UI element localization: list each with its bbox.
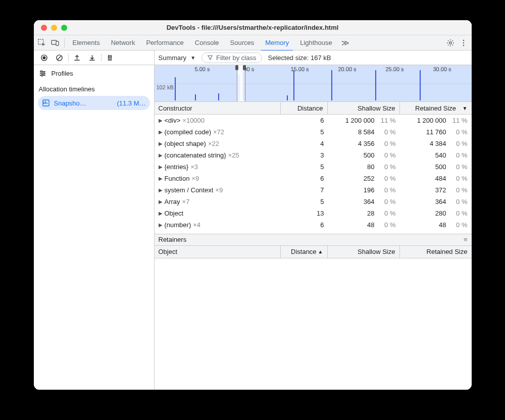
row-retained-pct: 0 % xyxy=(451,175,468,182)
ret-col-retained[interactable]: Retained Size xyxy=(400,246,472,258)
expand-triangle-icon[interactable]: ▶ xyxy=(159,176,163,181)
tab-performance[interactable]: Performance xyxy=(142,35,187,50)
allocation-timelines-label: Allocation timelines xyxy=(34,81,154,94)
filter-input[interactable]: Filter by class xyxy=(201,52,262,63)
expand-triangle-icon[interactable]: ▶ xyxy=(159,129,163,135)
row-shallow: 8 584 xyxy=(358,128,375,136)
snapshot-size: (11.3 M… xyxy=(117,99,145,107)
more-tabs-icon[interactable]: ≫ xyxy=(339,38,351,47)
ret-col-distance[interactable]: Distance ▲ xyxy=(281,246,328,258)
device-toolbar-icon[interactable] xyxy=(50,39,60,47)
row-mult: ×4 xyxy=(193,221,200,229)
hamburger-icon[interactable]: ≡ xyxy=(464,236,468,243)
col-retained[interactable]: Retained Size ▼ xyxy=(400,102,472,114)
inspect-element-icon[interactable] xyxy=(37,39,47,47)
expand-triangle-icon[interactable]: ▶ xyxy=(159,164,163,170)
view-dropdown[interactable]: Summary ▼ xyxy=(159,54,196,62)
table-row[interactable]: ▶Function ×962520 %4840 % xyxy=(155,173,472,184)
table-row[interactable]: ▶{entries} ×35800 %5000 % xyxy=(155,161,472,173)
row-distance: 3 xyxy=(282,151,328,159)
svg-rect-17 xyxy=(175,77,176,100)
svg-point-4 xyxy=(463,39,464,41)
profiles-label: Profiles xyxy=(52,70,73,77)
more-options-icon[interactable] xyxy=(459,39,469,47)
row-retained: 372 xyxy=(435,186,446,194)
timeline-selection[interactable] xyxy=(237,65,245,101)
row-shallow: 364 xyxy=(364,198,375,205)
expand-triangle-icon[interactable]: ▶ xyxy=(159,152,163,158)
table-row[interactable]: ▶(concatenated string) ×2535000 %5400 % xyxy=(155,149,472,161)
svg-point-6 xyxy=(463,44,464,46)
col-shallow[interactable]: Shallow Size xyxy=(328,102,400,114)
record-icon[interactable] xyxy=(38,54,51,62)
expand-triangle-icon[interactable]: ▶ xyxy=(159,141,163,146)
row-name: {entries} xyxy=(165,163,189,171)
ret-col-object[interactable]: Object xyxy=(155,246,281,258)
tab-network[interactable]: Network xyxy=(107,35,139,50)
timeline-tick: 5.00 s xyxy=(195,66,210,72)
filter-placeholder: Filter by class xyxy=(216,54,256,62)
row-retained-pct: 0 % xyxy=(451,128,468,136)
svg-rect-25 xyxy=(331,70,332,100)
col-distance[interactable]: Distance xyxy=(281,102,328,114)
row-name: Array xyxy=(165,198,180,205)
row-mult: ×9 xyxy=(191,175,199,182)
tab-memory[interactable]: Memory xyxy=(261,35,293,51)
snapshot-item[interactable]: Snapsho… (11.3 M… xyxy=(38,96,150,110)
svg-rect-18 xyxy=(195,94,196,100)
settings-icon[interactable] xyxy=(445,39,456,47)
profiles-heading[interactable]: Profiles xyxy=(34,65,154,81)
row-mult: ×3 xyxy=(190,163,198,171)
tab-sources[interactable]: Sources xyxy=(226,35,259,50)
constructors-table: Constructor Distance Shallow Size Retain… xyxy=(155,102,472,234)
table-row[interactable]: ▶system / Context ×971960 %3720 % xyxy=(155,184,472,196)
row-shallow: 1 200 000 xyxy=(345,117,375,124)
expand-triangle-icon[interactable]: ▶ xyxy=(159,118,163,123)
svg-point-3 xyxy=(449,41,451,43)
snapshot-name: Snapsho… xyxy=(54,99,86,107)
allocation-timeline-chart[interactable]: 102 kB 5.00 s.00 s15.00 s20.00 s25.00 s3… xyxy=(155,65,472,102)
expand-triangle-icon[interactable]: ▶ xyxy=(159,222,163,228)
table-row[interactable]: ▶Array ×753640 %3640 % xyxy=(155,196,472,207)
maximize-window-button[interactable] xyxy=(61,25,67,31)
selection-handle-left[interactable] xyxy=(235,65,238,70)
snapshot-icon xyxy=(42,99,50,107)
row-distance: 4 xyxy=(282,140,328,147)
clear-icon[interactable] xyxy=(53,54,66,62)
minimize-window-button[interactable] xyxy=(51,25,57,31)
ret-col-shallow[interactable]: Shallow Size xyxy=(328,246,400,258)
expand-triangle-icon[interactable]: ▶ xyxy=(159,211,163,216)
expand-triangle-icon[interactable]: ▶ xyxy=(159,199,163,204)
table-row[interactable]: ▶(number) ×46480 %480 % xyxy=(155,219,472,231)
tab-lighthouse[interactable]: Lighthouse xyxy=(296,35,336,50)
selection-handle-right[interactable] xyxy=(243,65,246,70)
table-row[interactable]: ▶Object13280 %2800 % xyxy=(155,207,472,219)
download-icon[interactable] xyxy=(86,54,99,62)
row-name: (number) xyxy=(165,221,191,229)
garbage-collect-icon[interactable] xyxy=(104,54,117,62)
left-pane: Profiles Allocation timelines Snapsho… (… xyxy=(34,50,155,390)
expand-triangle-icon[interactable]: ▶ xyxy=(159,187,163,193)
tab-elements[interactable]: Elements xyxy=(69,35,104,50)
row-distance: 5 xyxy=(282,163,328,171)
retainers-body[interactable] xyxy=(155,258,472,390)
table-row[interactable]: ▶(object shape) ×2244 3560 %4 3840 % xyxy=(155,138,472,149)
table-row[interactable]: ▶<div> ×1000061 200 00011 %1 200 00011 % xyxy=(155,115,472,126)
titlebar: DevTools - file:///Users/stmarthe/x-repl… xyxy=(34,20,472,35)
timeline-tick: 15.00 s xyxy=(291,66,309,72)
row-shallow: 48 xyxy=(367,221,374,229)
retainers-header[interactable]: Retainers ≡ xyxy=(155,234,472,246)
timeline-tick: 30.00 s xyxy=(433,66,451,72)
row-name: (compiled code) xyxy=(165,128,212,136)
table-row[interactable]: ▶(compiled code) ×7258 5840 %11 7600 % xyxy=(155,126,472,138)
table-body[interactable]: ▶<div> ×1000061 200 00011 %1 200 00011 %… xyxy=(155,115,472,234)
row-retained: 1 200 000 xyxy=(417,117,446,124)
close-window-button[interactable] xyxy=(41,25,47,31)
row-mult: ×25 xyxy=(228,151,239,159)
row-mult: ×22 xyxy=(208,140,219,147)
tab-console[interactable]: Console xyxy=(191,35,223,50)
upload-icon[interactable] xyxy=(71,54,84,62)
row-retained-pct: 0 % xyxy=(451,140,468,147)
col-constructor[interactable]: Constructor xyxy=(155,102,281,114)
table-row[interactable]: ▶PerformanceEventTiming ×37480 %480 % xyxy=(155,231,472,234)
